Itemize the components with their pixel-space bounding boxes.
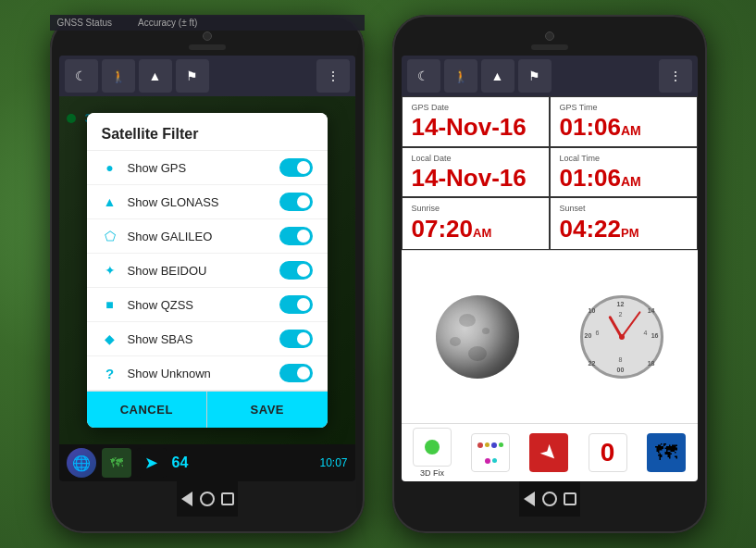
sunset-value: 04:22PM bbox=[560, 215, 688, 243]
gps-date-cell: GPS Date 14-Nov-16 bbox=[402, 96, 550, 147]
front-camera-right bbox=[545, 31, 554, 41]
filter-beidou-left: ✦ Show BEIDOU bbox=[102, 262, 207, 279]
toolbar-person[interactable]: 🚶 bbox=[102, 59, 135, 93]
filter-beidou-label: Show BEIDOU bbox=[128, 264, 207, 278]
status-time: 10:07 bbox=[319, 456, 347, 469]
inner-6: 8 bbox=[619, 356, 623, 363]
nav-home-left[interactable] bbox=[197, 489, 217, 509]
filter-item-beidou: ✦ Show BEIDOU bbox=[87, 254, 328, 288]
dot2 bbox=[485, 442, 490, 447]
glonass-icon: ▲ bbox=[102, 193, 118, 210]
rtoolbar-nav[interactable]: ▲ bbox=[481, 59, 514, 93]
phone1-content: 3D Fix Satellite Filter ● Show GPS bbox=[59, 96, 355, 444]
inner-12: 2 bbox=[619, 311, 623, 318]
fix-green-dot bbox=[425, 440, 440, 455]
zero-display: 0 bbox=[589, 433, 627, 472]
inner-9: 6 bbox=[596, 330, 600, 336]
satellite-count: 64 bbox=[172, 455, 189, 471]
toolbar-more[interactable]: ⋮ bbox=[316, 59, 350, 93]
cancel-button[interactable]: CANCEL bbox=[87, 392, 208, 428]
speaker-right bbox=[531, 44, 568, 50]
sunrise-label: Sunrise bbox=[412, 204, 539, 213]
clock-18: 18 bbox=[648, 360, 655, 367]
sunset-cell: Sunset 04:22PM bbox=[550, 197, 698, 250]
left-screen: ☾ 🚶 ▲ ⚑ ⋮ GNSS Status Accuracy (± ft) 3D… bbox=[59, 56, 355, 481]
toggle-sbas[interactable] bbox=[279, 330, 313, 348]
toggle-beidou[interactable] bbox=[279, 261, 313, 280]
home-circle-right-icon bbox=[542, 492, 557, 506]
save-button[interactable]: SAVE bbox=[207, 392, 328, 428]
nav-home-right[interactable] bbox=[539, 489, 560, 509]
gps-time-cell: GPS Time 01:06AM bbox=[550, 96, 698, 147]
local-time-cell: Local Time 01:06AM bbox=[550, 147, 698, 198]
toolbar-nav[interactable]: ▲ bbox=[139, 59, 172, 93]
crater2 bbox=[450, 337, 461, 346]
nav-recent-left[interactable] bbox=[217, 489, 238, 509]
sbas-icon: ◆ bbox=[102, 330, 118, 347]
bottom-nav-arrow: ➤ bbox=[529, 433, 568, 472]
toggle-gps[interactable] bbox=[279, 158, 313, 177]
back-arrow-right-icon bbox=[524, 492, 535, 506]
toggle-qzss[interactable] bbox=[279, 295, 313, 314]
toggle-galileo[interactable] bbox=[279, 227, 313, 245]
dot1 bbox=[477, 442, 483, 448]
rtoolbar-moon[interactable]: ☾ bbox=[407, 59, 440, 93]
filter-gps-left: ● Show GPS bbox=[102, 159, 187, 176]
filter-glonass-label: Show GLONASS bbox=[128, 195, 219, 209]
front-camera-left bbox=[203, 31, 212, 41]
left-status-bar: 🌐 🗺 ➤ 64 10:07 bbox=[59, 444, 355, 481]
clock-center bbox=[619, 334, 625, 340]
local-date-value: 14-Nov-16 bbox=[412, 165, 539, 192]
sunrise-value: 07:20AM bbox=[412, 215, 539, 243]
dialog-buttons: CANCEL SAVE bbox=[87, 391, 328, 428]
local-time-value: 01:06AM bbox=[560, 165, 688, 192]
local-date-cell: Local Date 14-Nov-16 bbox=[402, 147, 550, 198]
clock-12: 12 bbox=[617, 301, 625, 307]
satellite-filter-dialog: Satellite Filter ● Show GPS bbox=[87, 113, 328, 428]
left-toolbar: ☾ 🚶 ▲ ⚑ ⋮ bbox=[59, 56, 355, 96]
world-map-icon: 🗺 bbox=[102, 448, 131, 478]
crater1 bbox=[459, 314, 476, 327]
nav-back-right[interactable] bbox=[519, 489, 539, 509]
toggle-glonass[interactable] bbox=[279, 193, 313, 211]
rtoolbar-more[interactable]: ⋮ bbox=[659, 59, 692, 93]
rtoolbar-person[interactable]: 🚶 bbox=[444, 59, 477, 93]
inner-3: 4 bbox=[644, 330, 648, 336]
bottom-icons-bar: 3D Fix ➤ bbox=[402, 423, 698, 481]
gps-time-value: 01:06AM bbox=[560, 114, 688, 141]
toggle-unknown[interactable] bbox=[279, 364, 313, 382]
beidou-icon: ✦ bbox=[102, 262, 118, 279]
info-grid: GPS Date 14-Nov-16 GPS Time 01:06AM Loca… bbox=[402, 96, 698, 197]
gps-date-value: 14-Nov-16 bbox=[412, 114, 539, 141]
right-toolbar: ☾ 🚶 ▲ ⚑ ⋮ bbox=[402, 56, 698, 96]
fix-icon-container bbox=[413, 428, 452, 467]
zero-value: 0 bbox=[601, 438, 615, 467]
toolbar-moon[interactable]: ☾ bbox=[65, 59, 98, 93]
filter-gps-label: Show GPS bbox=[128, 161, 187, 175]
dot6 bbox=[492, 458, 497, 463]
world-map-icon-bottom: 🗺 bbox=[647, 433, 686, 472]
crater3 bbox=[482, 328, 490, 334]
clock-16: 16 bbox=[651, 332, 659, 339]
filter-item-gps: ● Show GPS bbox=[87, 151, 328, 185]
toolbar-flag[interactable]: ⚑ bbox=[176, 59, 209, 93]
scatter-icon bbox=[471, 433, 510, 472]
filter-qzss-left: ■ Show QZSS bbox=[102, 296, 194, 313]
dialog-title: Satellite Filter bbox=[87, 113, 328, 151]
clock-00: 00 bbox=[617, 367, 625, 373]
nav-back-left[interactable] bbox=[177, 489, 197, 509]
filter-item-glonass: ▲ Show GLONASS bbox=[87, 185, 328, 219]
galileo-icon: ⬠ bbox=[102, 228, 118, 244]
home-circle-icon bbox=[200, 492, 215, 506]
analog-clock: 12 14 16 18 00 22 20 10 2 4 8 6 bbox=[580, 295, 663, 379]
left-phone-nav bbox=[177, 481, 238, 517]
filter-item-qzss: ■ Show QZSS bbox=[87, 288, 328, 322]
sunrise-cell: Sunrise 07:20AM bbox=[402, 197, 550, 250]
clock-14: 14 bbox=[648, 307, 655, 314]
filter-galileo-label: Show GALILEO bbox=[128, 230, 213, 243]
filter-glonass-left: ▲ Show GLONASS bbox=[102, 193, 219, 210]
right-phone-nav bbox=[519, 481, 580, 517]
rtoolbar-flag[interactable]: ⚑ bbox=[518, 59, 552, 93]
nav-recent-right[interactable] bbox=[560, 489, 580, 509]
left-phone: ☾ 🚶 ▲ ⚑ ⋮ GNSS Status Accuracy (± ft) 3D… bbox=[50, 15, 365, 533]
